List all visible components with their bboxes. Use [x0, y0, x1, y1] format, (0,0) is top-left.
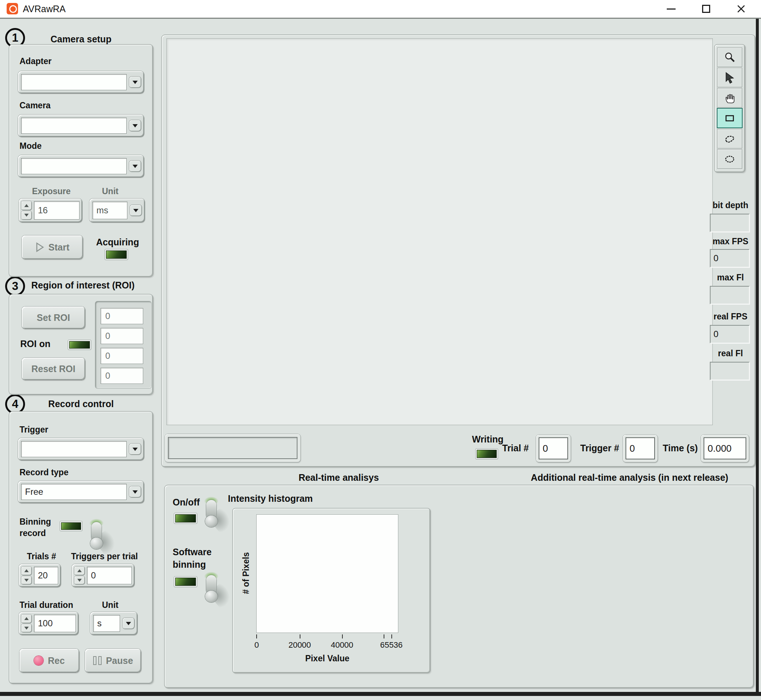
magnifier-icon: [724, 52, 736, 63]
exposure-value[interactable]: 16: [34, 201, 80, 220]
exposure-decrement-button[interactable]: [21, 211, 32, 220]
trigger-number-label: Trigger #: [580, 443, 619, 453]
roi-value-field[interactable]: 0: [100, 368, 143, 384]
max-fps-field: 0: [710, 249, 750, 267]
record-type-combo[interactable]: Free: [18, 481, 144, 503]
roi-value-field[interactable]: 0: [100, 328, 143, 344]
trigger-combo[interactable]: [18, 438, 144, 460]
time-field[interactable]: 0.000: [701, 435, 749, 462]
zoom-tool[interactable]: [717, 48, 742, 67]
x-tick: [256, 634, 257, 639]
minimize-button[interactable]: [659, 0, 683, 18]
chevron-down-icon: [133, 448, 138, 451]
mode-value[interactable]: [21, 158, 127, 174]
exposure-unit-combo[interactable]: ms: [89, 198, 145, 222]
binning-record-led: [60, 521, 82, 531]
record-type-dropdown-button[interactable]: [129, 486, 141, 497]
title-bar: AVRawRA: [0, 0, 761, 18]
histogram-x-axis-label: Pixel Value: [272, 653, 382, 664]
exposure-label: Exposure: [32, 186, 71, 196]
software-binning-led: [174, 577, 197, 587]
freehand-select-tool[interactable]: [717, 129, 742, 148]
bit-depth-label: bit depth: [710, 200, 751, 210]
max-fl-field: [710, 286, 750, 304]
camera-setup-title: Camera setup: [9, 34, 153, 45]
set-roi-button-label: Set ROI: [37, 312, 70, 323]
onoff-toggle[interactable]: [204, 498, 230, 539]
rectangle-icon: [724, 113, 736, 123]
chevron-down-icon: [133, 165, 138, 168]
exposure-unit-value[interactable]: ms: [92, 202, 127, 219]
triggers-per-trial-value[interactable]: 0: [87, 567, 132, 584]
duration-increment-button[interactable]: [21, 614, 32, 623]
x-tick-minor: [384, 634, 384, 639]
arrow-up-icon: [24, 617, 29, 620]
histogram-plot-area[interactable]: [256, 514, 398, 633]
camera-dropdown-button[interactable]: [129, 120, 141, 131]
trial-duration-label: Trial duration: [20, 600, 73, 610]
adapter-combo[interactable]: [18, 71, 144, 93]
arrow-down-icon: [77, 579, 82, 582]
record-type-value[interactable]: Free: [21, 484, 127, 500]
arrow-down-icon: [24, 627, 29, 630]
histogram-y-axis-label: # of Pixels: [241, 536, 251, 610]
close-button[interactable]: [729, 0, 753, 18]
mode-dropdown-button[interactable]: [129, 161, 141, 172]
x-tick: [300, 634, 300, 639]
triggers-increment-button[interactable]: [74, 567, 85, 575]
maximize-button[interactable]: [694, 0, 718, 18]
record-control-title: Record control: [9, 398, 153, 409]
reset-roi-button[interactable]: Reset ROI: [22, 358, 85, 380]
image-display-area[interactable]: [167, 38, 713, 425]
lasso-icon: [724, 133, 736, 144]
trigger-number-field[interactable]: 0: [623, 435, 658, 462]
chevron-down-icon: [133, 209, 139, 212]
chevron-down-icon: [133, 81, 138, 84]
rectangle-select-tool[interactable]: [717, 109, 742, 128]
pause-icon: [93, 656, 101, 665]
trials-value[interactable]: 20: [34, 567, 58, 584]
cursor-tool[interactable]: [717, 68, 742, 87]
trial-duration-spinner[interactable]: 100: [19, 612, 78, 635]
duration-unit-value[interactable]: s: [93, 615, 120, 632]
exposure-spinner[interactable]: 16: [19, 198, 82, 222]
duration-unit-combo[interactable]: s: [90, 612, 137, 635]
x-tick-label: 20000: [278, 640, 322, 650]
adapter-dropdown-button[interactable]: [129, 77, 141, 88]
camera-combo[interactable]: [18, 114, 144, 137]
roi-value-field[interactable]: 0: [100, 348, 143, 364]
trials-spinner[interactable]: 20: [19, 564, 61, 587]
real-fps-label: real FPS: [710, 312, 751, 322]
trial-duration-value[interactable]: 100: [34, 614, 76, 632]
software-binning-toggle[interactable]: [204, 573, 230, 614]
set-roi-button[interactable]: Set ROI: [22, 306, 85, 329]
duration-decrement-button[interactable]: [21, 624, 32, 633]
trials-decrement-button[interactable]: [21, 576, 32, 585]
camera-value[interactable]: [21, 117, 127, 134]
adapter-value[interactable]: [21, 74, 127, 90]
pause-button[interactable]: Pause: [85, 649, 141, 672]
histogram-title: Intensity histogram: [228, 493, 313, 504]
mode-label: Mode: [20, 141, 42, 151]
duration-unit-dropdown-button[interactable]: [123, 618, 134, 629]
x-tick-label: 65536: [369, 640, 413, 650]
exposure-increment-button[interactable]: [21, 201, 32, 210]
trial-number-field[interactable]: 0: [536, 435, 571, 462]
roi-value-field[interactable]: 0: [100, 308, 143, 324]
pan-tool[interactable]: [717, 88, 742, 107]
chevron-down-icon: [133, 491, 138, 494]
camera-setup-panel: Adapter Camera Mode Exposure Unit 16 ms: [9, 44, 153, 277]
mode-combo[interactable]: [18, 155, 144, 177]
trials-increment-button[interactable]: [21, 567, 32, 575]
trigger-dropdown-button[interactable]: [129, 444, 141, 455]
acquiring-led: [105, 249, 128, 260]
software-binning-label: Software binning: [173, 545, 212, 571]
start-button[interactable]: Start: [22, 236, 83, 259]
triggers-decrement-button[interactable]: [74, 576, 85, 585]
triggers-per-trial-spinner[interactable]: 0: [72, 564, 134, 587]
rec-button[interactable]: Rec: [20, 649, 79, 672]
arrow-up-icon: [24, 204, 29, 207]
exposure-unit-dropdown-button[interactable]: [130, 205, 142, 216]
trigger-value[interactable]: [21, 441, 127, 457]
ellipse-select-tool[interactable]: [717, 150, 742, 168]
